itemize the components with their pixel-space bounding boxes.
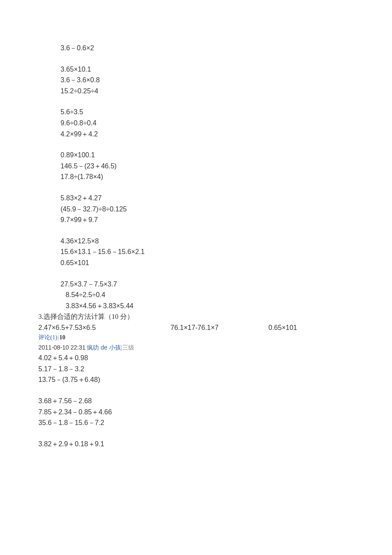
q3-expr-2: 76.1×17-76.1×7 bbox=[170, 322, 268, 333]
expr-line: 146.5－(23＋46.5) bbox=[61, 161, 354, 172]
expr-group-5: 5.83×2＋4.27 (45.9－32.7)÷8÷0.125 9.7×99＋9… bbox=[61, 193, 354, 225]
user-level: 三级 bbox=[122, 344, 134, 351]
expr-line: 9.6÷0.8÷0.4 bbox=[61, 118, 354, 129]
comment-bar: 评论(1)|10 bbox=[38, 333, 354, 342]
expr-line: (45.9－32.7)÷8÷0.125 bbox=[61, 204, 354, 215]
expr-line: 5.17－1.8－3.2 bbox=[38, 364, 354, 375]
expr-line: 0.89×100.1 bbox=[61, 150, 354, 161]
answer-username[interactable]: 疯叻 de 小孩 bbox=[87, 344, 121, 351]
q3-expr-1: 2.47×6.5+7.53×6.5 bbox=[38, 322, 170, 333]
expr-line: 8.54÷2.5÷0.4 bbox=[66, 289, 354, 301]
expr-line: 3.6－3.6×0.8 bbox=[61, 75, 354, 86]
expr-line: 5.6÷3.5 bbox=[61, 107, 354, 118]
tail-group-2: 3.68＋7.56－2.68 7.85＋2.34－0.85＋4.66 35.6－… bbox=[38, 396, 354, 428]
expr-group-4: 0.89×100.1 146.5－(23＋46.5) 17.8÷(1.78×4) bbox=[61, 150, 354, 182]
expr-line: 4.36×12.5×8 bbox=[61, 236, 354, 247]
separator: | bbox=[58, 334, 59, 341]
question-3-row: 2.47×6.5+7.53×6.5 76.1×17-76.1×7 0.65×10… bbox=[38, 322, 354, 333]
expr-group-1: 3.6－0.6×2 bbox=[61, 43, 354, 54]
expr-line: 0.65×101 bbox=[61, 257, 354, 269]
comments-link[interactable]: 评论 bbox=[38, 334, 50, 341]
expr-line: 3.68＋7.56－2.68 bbox=[38, 396, 354, 407]
expr-group-7: 27.5×3.7－7.5×3.7 8.54÷2.5÷0.4 3.83×4.56＋… bbox=[38, 279, 354, 312]
answer-timestamp: 2011-08-10 22:31 bbox=[38, 344, 86, 351]
expr-line: 5.83×2＋4.27 bbox=[61, 193, 354, 204]
vote-count: 10 bbox=[59, 334, 65, 341]
expr-line: 9.7×99＋9.7 bbox=[61, 214, 354, 225]
tail-group-1: 4.02＋5.4＋0.98 5.17－1.8－3.2 13.75－(3.75＋6… bbox=[38, 353, 354, 385]
question-3-title: 3.选择合适的方法计算（10 分） bbox=[38, 311, 354, 322]
expr-line: 4.2×99＋4.2 bbox=[61, 129, 354, 140]
expr-line: 17.8÷(1.78×4) bbox=[61, 171, 354, 182]
answer-meta: 2011-08-10 22:31 疯叻 de 小孩|三级 bbox=[38, 343, 354, 353]
expr-line: 3.6－0.6×2 bbox=[61, 43, 354, 54]
comments-count[interactable]: (1) bbox=[50, 334, 57, 341]
expr-line: 7.85＋2.34－0.85＋4.66 bbox=[38, 407, 354, 418]
tail-group-3: 3.82＋2.9＋0.18＋9.1 bbox=[38, 439, 354, 450]
expr-line: 35.6－1.8－15.6－7.2 bbox=[38, 417, 354, 428]
expr-line: 3.82＋2.9＋0.18＋9.1 bbox=[38, 439, 354, 450]
q3-expr-3: 0.65×101 bbox=[268, 322, 354, 333]
expr-group-6: 4.36×12.5×8 15.6×13.1－15.6－15.6×2.1 0.65… bbox=[61, 236, 354, 269]
expr-line: 3.83×4.56＋3.83×5.44 bbox=[66, 301, 354, 312]
expr-line: 15.2÷0.25÷4 bbox=[61, 86, 354, 97]
expr-group-2: 3.65×10.1 3.6－3.6×0.8 15.2÷0.25÷4 bbox=[61, 64, 354, 97]
expr-line: 3.65×10.1 bbox=[61, 64, 354, 75]
expr-line: 4.02＋5.4＋0.98 bbox=[38, 353, 354, 364]
expr-line: 27.5×3.7－7.5×3.7 bbox=[61, 279, 354, 290]
expr-group-3: 5.6÷3.5 9.6÷0.8÷0.4 4.2×99＋4.2 bbox=[61, 107, 354, 139]
expr-line: 15.6×13.1－15.6－15.6×2.1 bbox=[61, 246, 354, 257]
expr-line: 13.75－(3.75＋6.48) bbox=[38, 374, 354, 385]
